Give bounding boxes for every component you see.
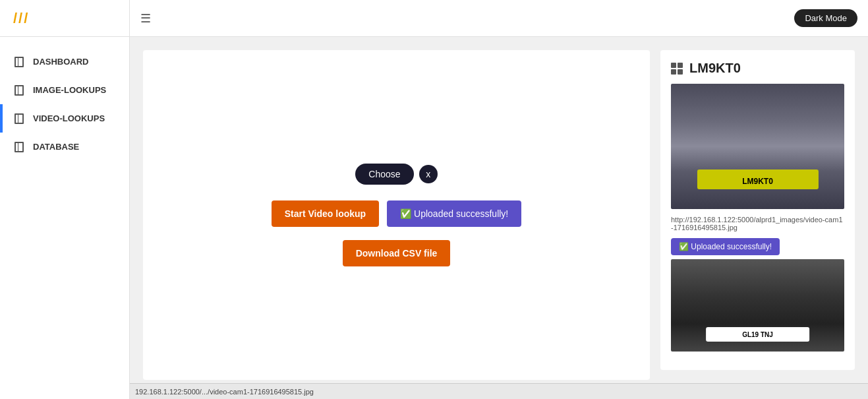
statusbar-text: 192.168.1.122:5000/.../video-cam1-171691… bbox=[135, 388, 314, 396]
download-csv-button[interactable]: Download CSV file bbox=[343, 240, 451, 266]
sidebar-item-dashboard[interactable]: DASHBOARD bbox=[0, 47, 129, 76]
sidebar-item-database[interactable]: DATABASE bbox=[0, 133, 129, 161]
plate-header: LM9KT0 bbox=[671, 61, 844, 76]
grid-icon bbox=[671, 63, 683, 75]
logo-area: /// bbox=[0, 0, 129, 37]
sidebar-item-label-image-lookups: IMAGE-LOOKUPS bbox=[33, 85, 106, 95]
book-icon-4 bbox=[13, 142, 25, 152]
car-image-2-container: ✅ Uploaded successfully! bbox=[671, 238, 844, 352]
statusbar: 192.168.1.122:5000/.../video-cam1-171691… bbox=[130, 383, 868, 399]
results-panel: LM9KT0 http://192.168.1.122:5000/alprd1_… bbox=[660, 50, 855, 370]
dark-mode-button[interactable]: Dark Mode bbox=[794, 9, 857, 27]
sidebar-item-video-lookups[interactable]: VIDEO-LOOKUPS bbox=[0, 104, 129, 133]
book-icon bbox=[13, 57, 25, 67]
content-area: Choose x Start Video lookup ✅ Uploaded s… bbox=[130, 37, 868, 383]
car-image-1-container bbox=[671, 84, 844, 209]
topbar: ☰ Dark Mode bbox=[130, 0, 868, 37]
upload-success-badge: ✅ Uploaded successfully! bbox=[387, 200, 521, 227]
book-icon-3 bbox=[13, 114, 25, 123]
plate-number: LM9KT0 bbox=[689, 61, 741, 76]
clear-button[interactable]: x bbox=[419, 165, 438, 183]
image-url: http://192.168.1.122:5000/alprd1_images/… bbox=[671, 216, 844, 231]
car-image-2 bbox=[671, 259, 844, 352]
main-area: ☰ Dark Mode Choose x Start Video lookup … bbox=[130, 0, 868, 399]
sidebar-item-label-video-lookups: VIDEO-LOOKUPS bbox=[33, 113, 105, 123]
file-choose-area: Choose x bbox=[355, 164, 437, 185]
hamburger-icon[interactable]: ☰ bbox=[140, 11, 151, 26]
sidebar-item-label-dashboard: DASHBOARD bbox=[33, 57, 89, 67]
choose-button[interactable]: Choose bbox=[355, 164, 413, 185]
action-row: Start Video lookup ✅ Uploaded successful… bbox=[272, 200, 522, 227]
book-icon-2 bbox=[13, 86, 25, 95]
start-video-lookup-button[interactable]: Start Video lookup bbox=[272, 200, 379, 227]
car-image-1 bbox=[671, 84, 844, 209]
sidebar: /// DASHBOARD IMAGE-LOOKUPS VIDEO-LOOKUP… bbox=[0, 0, 130, 399]
app-logo: /// bbox=[13, 10, 29, 27]
sidebar-nav: DASHBOARD IMAGE-LOOKUPS VIDEO-LOOKUPS DA… bbox=[0, 37, 129, 161]
sidebar-item-label-database: DATABASE bbox=[33, 142, 79, 152]
second-upload-badge: ✅ Uploaded successfully! bbox=[671, 238, 780, 255]
sidebar-item-image-lookups[interactable]: IMAGE-LOOKUPS bbox=[0, 76, 129, 104]
upload-panel: Choose x Start Video lookup ✅ Uploaded s… bbox=[143, 50, 650, 380]
